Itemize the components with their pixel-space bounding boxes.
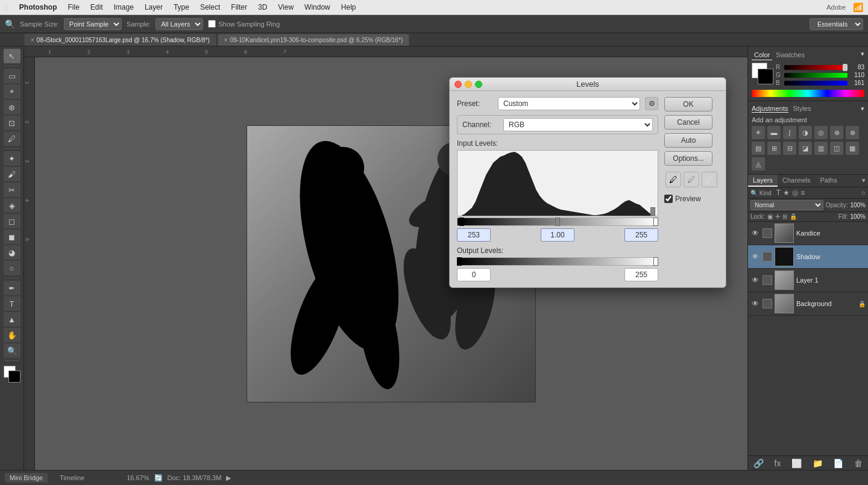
ok-button[interactable]: OK: [664, 97, 712, 111]
color-tab[interactable]: Color: [752, 50, 772, 60]
lasso-tool[interactable]: ⌖: [4, 84, 20, 99]
hsl-icon[interactable]: ⊕: [830, 126, 843, 139]
layer-shadow-visibility[interactable]: 👁: [750, 252, 760, 261]
curves-icon[interactable]: ∫: [783, 126, 796, 139]
menu-image[interactable]: Image: [114, 3, 134, 11]
create-group-btn[interactable]: 📁: [813, 458, 823, 468]
text-tool[interactable]: T: [4, 296, 20, 311]
healing-tool[interactable]: ✦: [4, 151, 20, 166]
crop-tool[interactable]: ⊡: [4, 116, 20, 130]
input-mid-field[interactable]: [541, 228, 574, 242]
adjustments-tab[interactable]: Adjustments: [752, 105, 788, 113]
apple-menu[interactable]: : [5, 2, 8, 13]
threshold-icon[interactable]: ◫: [830, 142, 843, 155]
panel-collapse-btn[interactable]: ▾: [861, 50, 864, 60]
tab-1[interactable]: × 08-iStock_000011057163Large.psd @ 16.7…: [24, 34, 216, 46]
photo-filter-icon[interactable]: ▤: [752, 142, 765, 155]
menu-select[interactable]: Select: [200, 3, 220, 11]
brush-tool[interactable]: 🖌: [4, 167, 20, 181]
lock-all-icon[interactable]: 🔒: [790, 213, 797, 220]
posterize-icon[interactable]: ▥: [814, 142, 828, 155]
g-slider-track[interactable]: [784, 73, 848, 78]
white-eyedropper-btn[interactable]: 🖊: [702, 172, 717, 187]
cancel-button[interactable]: Cancel: [664, 115, 712, 130]
tab-2[interactable]: × 09-10KandiceLynn19-306-to-composite.ps…: [218, 34, 409, 46]
output-slider[interactable]: [457, 257, 658, 266]
histogram-slider[interactable]: [457, 217, 658, 226]
swatches-tab[interactable]: Swatches: [773, 50, 807, 60]
gradient-tool[interactable]: ◼: [4, 230, 20, 244]
menu-type[interactable]: Type: [174, 3, 189, 11]
add-mask-btn[interactable]: ⬜: [791, 458, 802, 468]
menu-view[interactable]: View: [278, 3, 294, 11]
workspace-select[interactable]: Essentials: [810, 18, 863, 30]
blur-tool[interactable]: ◕: [4, 245, 20, 260]
black-eyedropper-btn[interactable]: 🖊: [665, 172, 681, 187]
preset-select[interactable]: Custom: [498, 97, 640, 110]
lock-artboard-icon[interactable]: ⊞: [782, 213, 787, 220]
create-layer-btn[interactable]: 📄: [833, 458, 843, 468]
add-style-btn[interactable]: fx: [775, 458, 781, 468]
layers-panel-collapse[interactable]: ▾: [860, 175, 868, 187]
menu-edit[interactable]: Edit: [90, 3, 103, 11]
options-button[interactable]: Options...: [664, 151, 712, 166]
mini-bridge-tab[interactable]: Mini Bridge: [5, 473, 48, 483]
hand-tool[interactable]: ✋: [4, 328, 20, 342]
highlight-input-thumb[interactable]: [650, 207, 655, 216]
output-highlight-field[interactable]: [624, 268, 658, 281]
eraser-tool[interactable]: ◻: [4, 214, 20, 228]
menu-layer[interactable]: Layer: [145, 3, 163, 11]
quick-select-tool[interactable]: ⊛: [4, 100, 20, 114]
filter-icon-star[interactable]: ★: [783, 189, 790, 197]
menu-window[interactable]: Window: [304, 3, 330, 11]
play-btn[interactable]: ▶: [226, 474, 231, 482]
blend-mode-select[interactable]: Normal: [750, 200, 823, 210]
auto-button[interactable]: Auto: [664, 133, 712, 148]
minimize-button[interactable]: [465, 81, 472, 88]
sample-size-select[interactable]: Point Sample: [64, 18, 122, 30]
tab-2-close[interactable]: ×: [224, 37, 228, 43]
layer-background[interactable]: 👁 Background 🔒: [748, 292, 868, 316]
menu-help[interactable]: Help: [341, 3, 356, 11]
selective-color-icon[interactable]: ◬: [752, 157, 765, 171]
layer-shadow[interactable]: 👁 Shadow: [748, 245, 868, 269]
sample-select[interactable]: All Layers: [156, 18, 203, 30]
color-lookup-icon[interactable]: ⊟: [783, 142, 796, 155]
layer-bg-visibility[interactable]: 👁: [750, 299, 760, 308]
fg-bg-colors[interactable]: [4, 366, 20, 383]
layer-kandice-visibility[interactable]: 👁: [750, 228, 760, 238]
b-slider-track[interactable]: [784, 81, 848, 86]
midtone-slider-thumb[interactable]: [555, 217, 560, 226]
selection-tool[interactable]: ▭: [4, 69, 20, 83]
zoom-tool[interactable]: 🔍: [4, 343, 20, 358]
highlight-slider-thumb[interactable]: [653, 217, 658, 226]
color-spectrum-bar[interactable]: [752, 90, 864, 97]
filter-icon-adj[interactable]: ≡: [800, 189, 805, 197]
layer-1[interactable]: 👁 Layer 1: [748, 269, 868, 292]
channels-tab[interactable]: Channels: [778, 175, 815, 187]
preset-gear-button[interactable]: ⚙: [645, 97, 658, 110]
gray-eyedropper-btn[interactable]: 🖊: [684, 172, 699, 187]
layers-tab[interactable]: Layers: [748, 175, 778, 187]
r-slider-track[interactable]: [784, 65, 848, 70]
history-tool[interactable]: ◈: [4, 198, 20, 213]
menu-file[interactable]: File: [68, 3, 80, 11]
adj-panel-collapse[interactable]: ▾: [861, 105, 864, 113]
brightness-contrast-icon[interactable]: ☀: [752, 126, 765, 139]
levels-icon[interactable]: ▬: [767, 126, 781, 139]
color-balance-icon[interactable]: ⊗: [846, 126, 859, 139]
exposure-icon[interactable]: ◑: [799, 126, 812, 139]
shadow-slider-thumb[interactable]: [459, 217, 464, 226]
delete-layer-btn[interactable]: 🗑: [854, 458, 863, 468]
filter-icon-t[interactable]: T: [776, 189, 781, 197]
channel-select[interactable]: RGB: [503, 118, 653, 131]
dodge-tool[interactable]: ○: [4, 261, 20, 275]
maximize-button[interactable]: [475, 81, 482, 88]
menu-3d[interactable]: 3D: [258, 3, 267, 11]
output-shadow-thumb[interactable]: [457, 257, 462, 266]
show-sampling-ring-checkbox[interactable]: [208, 20, 216, 28]
lock-pixels-icon[interactable]: ▣: [767, 213, 773, 220]
input-shadow-field[interactable]: [457, 228, 491, 242]
eyedropper-tool[interactable]: 🖊: [4, 131, 20, 146]
layer-kandice[interactable]: 👁 Kandice: [748, 222, 868, 245]
